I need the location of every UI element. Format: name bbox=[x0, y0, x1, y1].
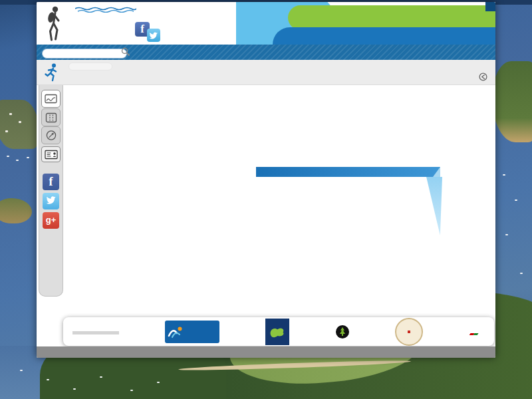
language-bar bbox=[485, 2, 495, 11]
partner-logo-fizan[interactable] bbox=[468, 325, 479, 338]
facebook-share-icon[interactable]: f bbox=[43, 174, 59, 190]
twitter-share-icon[interactable] bbox=[43, 193, 59, 209]
checkpoint-banner bbox=[256, 167, 440, 177]
partners-title-underline bbox=[72, 331, 119, 334]
photo-boat bbox=[47, 379, 49, 380]
runner-last-name-blurred bbox=[68, 63, 112, 70]
partner-logo-trinitaine[interactable] bbox=[395, 318, 423, 346]
bretagne-bird-icon bbox=[268, 325, 287, 339]
photo-boat bbox=[20, 370, 23, 371]
header-swoosh-green bbox=[288, 5, 495, 30]
runner-name-row bbox=[65, 63, 116, 70]
morbihan-swoosh-icon bbox=[168, 325, 184, 339]
photo-boat bbox=[130, 390, 133, 391]
search-input[interactable] bbox=[42, 49, 127, 59]
compass-icon bbox=[45, 130, 57, 141]
photo-island bbox=[0, 198, 32, 223]
header-swoosh-blue bbox=[273, 27, 495, 45]
header-banner bbox=[236, 2, 495, 45]
runner-icon bbox=[43, 63, 61, 82]
googleplus-share-icon[interactable]: g+ bbox=[43, 212, 59, 229]
partners-title-block bbox=[72, 329, 119, 334]
logo[interactable] bbox=[70, 3, 136, 16]
infos-palmares-button[interactable] bbox=[41, 146, 61, 162]
partner-logo-endurance-shop[interactable] bbox=[336, 325, 349, 338]
photo-boat bbox=[520, 273, 523, 274]
page-background: f bbox=[0, 0, 532, 399]
sidebar: f g+ bbox=[39, 85, 63, 297]
photo-house bbox=[19, 121, 21, 123]
runner-header bbox=[37, 60, 495, 85]
site-header: f bbox=[37, 2, 495, 45]
elevation-chart[interactable] bbox=[63, 176, 472, 271]
photo-house bbox=[5, 130, 8, 132]
runner-stats-row bbox=[72, 87, 444, 118]
banner-notch bbox=[433, 167, 440, 177]
site-window: f bbox=[37, 2, 495, 358]
partners-strip bbox=[63, 317, 494, 346]
photo-island bbox=[492, 61, 532, 142]
logo-waves-icon bbox=[75, 7, 136, 13]
road-icon bbox=[45, 112, 57, 123]
photo-boat bbox=[73, 388, 76, 390]
twitter-header-icon[interactable] bbox=[147, 29, 160, 42]
photo-boat bbox=[7, 156, 9, 157]
tab-map[interactable] bbox=[41, 126, 61, 144]
photo-boat bbox=[503, 174, 505, 176]
photo-boat bbox=[16, 160, 19, 161]
partner-logo-bretagne[interactable] bbox=[265, 319, 289, 345]
elevation-profile-icon bbox=[45, 94, 57, 104]
search-box bbox=[37, 47, 136, 59]
tab-timetable[interactable] bbox=[41, 108, 61, 126]
photo-boat bbox=[100, 376, 102, 378]
partner-logo-morbihan[interactable] bbox=[165, 321, 219, 343]
logo-hiker-icon bbox=[45, 5, 65, 41]
palmares-itra-link[interactable] bbox=[475, 72, 487, 81]
photo-boat bbox=[157, 382, 160, 383]
photo-house bbox=[9, 113, 12, 115]
search-icon[interactable] bbox=[121, 47, 130, 56]
tab-elevation-profile[interactable] bbox=[41, 90, 61, 108]
id-card-icon bbox=[45, 150, 58, 160]
photo-boat bbox=[27, 157, 29, 158]
palmares-arrow-icon bbox=[479, 72, 487, 81]
footer-bar bbox=[37, 346, 495, 358]
main-nav bbox=[37, 45, 495, 60]
photo-boat bbox=[505, 234, 508, 235]
photo-boat bbox=[515, 200, 517, 201]
photo-village bbox=[0, 100, 39, 149]
